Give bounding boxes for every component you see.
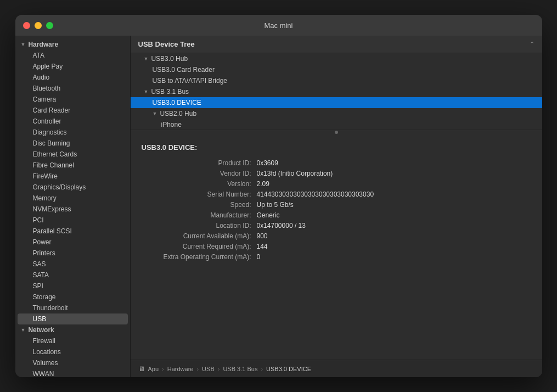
tree-item-label: USB to ATA/ATAPI Bridge — [153, 77, 228, 85]
detail-value: 41443030303030303030303030303030 — [257, 191, 531, 198]
tree-item-usb30-hub[interactable]: ▼ USB3.0 Hub — [131, 53, 542, 64]
sidebar-item-printers[interactable]: Printers — [18, 248, 128, 259]
sidebar[interactable]: ▼ Hardware ATA Apple Pay Audio Bluetooth… — [15, 36, 131, 377]
minimize-button[interactable] — [35, 22, 42, 29]
sidebar-item-controller[interactable]: Controller — [18, 116, 128, 127]
sidebar-item-audio[interactable]: Audio — [18, 72, 128, 83]
sidebar-item-usb[interactable]: USB — [18, 313, 128, 324]
sidebar-section-hardware[interactable]: ▼ Hardware — [15, 39, 130, 50]
detail-value: 2.09 — [257, 180, 531, 188]
window-title: Mac mini — [264, 21, 292, 30]
sidebar-item-thunderbolt[interactable]: Thunderbolt — [18, 303, 128, 313]
detail-label: Version: — [142, 180, 257, 188]
tree-item-iphone[interactable]: iPhone — [131, 119, 542, 130]
breadcrumb-separator: › — [261, 366, 263, 372]
app-window: Mac mini ▼ Hardware ATA Apple Pay Audio … — [15, 15, 542, 377]
tree-item-label: USB 3.1 Bus — [151, 88, 189, 96]
sidebar-item-parallel-scsi[interactable]: Parallel SCSI — [18, 226, 128, 237]
tree-item-usb31-bus[interactable]: ▼ USB 3.1 Bus — [131, 86, 542, 97]
detail-row-current-available: Current Available (mA): 900 — [142, 232, 531, 240]
sidebar-item-apple-pay[interactable]: Apple Pay — [18, 61, 128, 72]
sidebar-item-firewire[interactable]: FireWire — [18, 171, 128, 182]
detail-label: Current Required (mA): — [142, 243, 257, 250]
detail-value: 0x3609 — [257, 159, 531, 167]
hardware-arrow-icon: ▼ — [21, 42, 26, 47]
tree-item-usb30-card-reader[interactable]: USB3.0 Card Reader — [131, 64, 542, 75]
detail-value: Generic — [257, 211, 531, 219]
sidebar-item-spi[interactable]: SPI — [18, 281, 128, 292]
detail-row-speed: Speed: Up to 5 Gb/s — [142, 201, 531, 209]
tree-item-label: USB3.0 Card Reader — [153, 66, 215, 74]
title-bar: Mac mini — [15, 15, 542, 36]
breadcrumb-item-apu: Apu — [148, 366, 159, 372]
close-button[interactable] — [23, 22, 30, 29]
sidebar-item-pci[interactable]: PCI — [18, 215, 128, 226]
sidebar-item-locations[interactable]: Locations — [18, 346, 128, 357]
breadcrumb-item-hardware: Hardware — [167, 366, 194, 372]
sidebar-item-sas[interactable]: SAS — [18, 259, 128, 270]
detail-label: Manufacturer: — [142, 211, 257, 219]
detail-label: Current Available (mA): — [142, 232, 257, 240]
tree-arrow-icon: ▼ — [144, 89, 149, 94]
sidebar-item-fibre-channel[interactable]: Fibre Channel — [18, 160, 128, 171]
tree-item-usb-ata[interactable]: USB to ATA/ATAPI Bridge — [131, 75, 542, 86]
sidebar-section-network[interactable]: ▼ Network — [15, 324, 130, 335]
detail-label: Speed: — [142, 201, 257, 209]
detail-label: Vendor ID: — [142, 170, 257, 177]
detail-row-location-id: Location ID: 0x14700000 / 13 — [142, 222, 531, 229]
tree-item-label: USB2.0 Hub — [160, 110, 196, 117]
maximize-button[interactable] — [46, 22, 53, 29]
detail-row-manufacturer: Manufacturer: Generic — [142, 211, 531, 219]
sidebar-item-camera[interactable]: Camera — [18, 94, 128, 105]
network-arrow-icon: ▼ — [21, 327, 26, 333]
tree-item-usb20-hub[interactable]: ▼ USB2.0 Hub — [131, 108, 542, 119]
tree-item-label: iPhone — [161, 121, 182, 128]
detail-label: Location ID: — [142, 222, 257, 229]
detail-row-serial: Serial Number: 4144303030303030303030303… — [142, 191, 531, 198]
sidebar-item-bluetooth[interactable]: Bluetooth — [18, 83, 128, 94]
breadcrumb: 🖥 Apu › Hardware › USB › USB 3.1 Bus › U… — [138, 365, 311, 373]
detail-value: 0x13fd (Initio Corporation) — [257, 170, 531, 177]
scroll-dot — [335, 131, 338, 134]
detail-row-current-required: Current Required (mA): 144 — [142, 243, 531, 250]
sidebar-item-ethernet-cards[interactable]: Ethernet Cards — [18, 149, 128, 160]
tree-item-label: USB3.0 DEVICE — [153, 99, 201, 107]
sidebar-item-sata[interactable]: SATA — [18, 270, 128, 281]
detail-label: Serial Number: — [142, 191, 257, 198]
sidebar-item-firewall[interactable]: Firewall — [18, 335, 128, 346]
detail-row-extra-current: Extra Operating Current (mA): 0 — [142, 253, 531, 261]
breadcrumb-item-device: USB3.0 DEVICE — [266, 366, 311, 372]
sidebar-item-nvmexpress[interactable]: NVMExpress — [18, 204, 128, 215]
sidebar-item-card-reader[interactable]: Card Reader — [18, 105, 128, 116]
detail-value: 0 — [257, 253, 531, 261]
tree-container[interactable]: ▼ USB3.0 Hub USB3.0 Card Reader USB to A… — [131, 53, 542, 130]
network-label: Network — [28, 326, 54, 334]
sidebar-item-wwan[interactable]: WWAN — [18, 368, 128, 377]
sidebar-item-memory[interactable]: Memory — [18, 193, 128, 204]
sidebar-item-power[interactable]: Power — [18, 237, 128, 248]
detail-panel: USB3.0 DEVICE: Product ID: 0x3609 Vendor… — [131, 135, 542, 360]
detail-row-version: Version: 2.09 — [142, 180, 531, 188]
breadcrumb-separator: › — [162, 366, 164, 372]
sidebar-item-storage[interactable]: Storage — [18, 292, 128, 303]
sidebar-item-volumes[interactable]: Volumes — [18, 357, 128, 368]
detail-title: USB3.0 DEVICE: — [142, 143, 531, 152]
panel-header: USB Device Tree ⌃ — [131, 36, 542, 53]
sidebar-item-diagnostics[interactable]: Diagnostics — [18, 127, 128, 138]
detail-row-vendor-id: Vendor ID: 0x13fd (Initio Corporation) — [142, 170, 531, 177]
tree-arrow-icon: ▼ — [153, 111, 157, 116]
detail-row-product-id: Product ID: 0x3609 — [142, 159, 531, 167]
breadcrumb-separator: › — [218, 366, 220, 372]
detail-value: 0x14700000 / 13 — [257, 222, 531, 229]
hardware-label: Hardware — [28, 41, 58, 48]
detail-value: 900 — [257, 232, 531, 240]
panel-header-title: USB Device Tree — [138, 40, 195, 48]
tree-arrow-icon: ▼ — [144, 56, 149, 61]
tree-item-usb30-device[interactable]: USB3.0 DEVICE — [131, 97, 542, 108]
breadcrumb-separator: › — [196, 366, 199, 372]
sidebar-item-graphics-displays[interactable]: Graphics/Displays — [18, 182, 128, 193]
sidebar-item-ata[interactable]: ATA — [18, 50, 128, 61]
sidebar-item-disc-burning[interactable]: Disc Burning — [18, 138, 128, 149]
breadcrumb-item-usb31bus: USB 3.1 Bus — [223, 366, 257, 372]
collapse-icon[interactable]: ⌃ — [530, 41, 535, 48]
